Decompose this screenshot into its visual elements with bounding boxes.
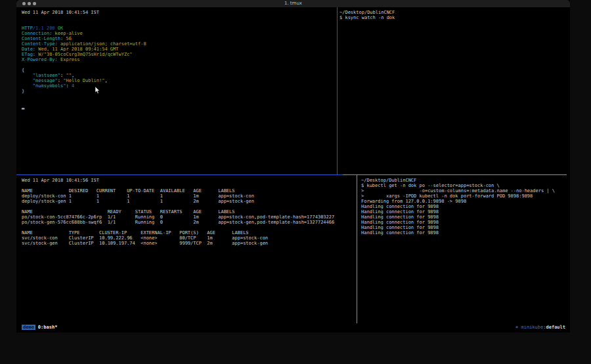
- terminal-line: > xargs -IPOD kubectl -n dok port-forwar…: [361, 193, 555, 199]
- desktop: 1. tmux Wed 11 Apr 2018 10:41:54 IST HTT…: [0, 0, 591, 364]
- pane-border-vertical-bottom[interactable]: [357, 175, 357, 323]
- terminal-line: [22, 204, 334, 209]
- mouse-cursor-icon: [95, 87, 100, 94]
- terminal-line: NAME DESIRED CURRENT UP-TO-DATE AVAILABL…: [22, 188, 334, 193]
- tmux-terminal: Wed 11 Apr 2018 10:41:54 IST HTTP/1.1 20…: [16, 7, 570, 323]
- terminal-window: 1. tmux Wed 11 Apr 2018 10:41:54 IST HTT…: [16, 0, 570, 333]
- helm-icon: ⎈: [515, 325, 518, 330]
- terminal-line: Content-Type: application/json; charset=…: [22, 41, 146, 47]
- terminal-line: [22, 94, 146, 99]
- terminal-line: [22, 15, 146, 20]
- terminal-line: Wed 11 Apr 2018 10:41:56 IST: [22, 178, 334, 183]
- terminal-line: HTTP/1.1 200 OK: [22, 26, 146, 31]
- terminal-line: Handling connection for 9898: [361, 209, 555, 214]
- terminal-line: "lastseen": "",: [22, 73, 146, 78]
- terminal-line: [22, 99, 146, 104]
- pane-port-forward[interactable]: ~/Desktop/DublinCNCF$ kubectl get -n dok…: [361, 178, 555, 235]
- terminal-line: svc/stock-gen ClusterIP 10.109.197.74 <n…: [22, 241, 334, 246]
- terminal-line: deploy/stock-gen 1 1 1 1 2m app=stock-ge…: [22, 199, 334, 204]
- terminal-line: NAME TYPE CLUSTER-IP EXTERNAL-IP PORT(S)…: [22, 230, 334, 235]
- pane-border-horizontal-left[interactable]: [16, 174, 343, 175]
- terminal-line: [22, 183, 334, 188]
- terminal-line: [22, 20, 146, 26]
- status-right: ⎈ minikube:default: [515, 325, 565, 330]
- terminal-line: Handling connection for 9898: [361, 230, 555, 235]
- terminal-line: > -o=custom-columns=:metadata.name --no-…: [361, 188, 555, 193]
- pane-ksync-watch[interactable]: ~/Desktop/DublinCNCF$ ksync watch -n dok: [339, 10, 395, 20]
- tmux-status-bar: demo 0:bash* ⎈ minikube:default: [16, 323, 570, 333]
- kube-namespace-label: default: [546, 325, 565, 330]
- terminal-line: po/stock-gen-576cc688bb-swqf6 1/1 Runnin…: [22, 220, 334, 225]
- terminal-line: Connection: keep-alive: [22, 31, 146, 36]
- kube-cluster-label: minikube: [521, 325, 544, 330]
- pane-http-response[interactable]: Wed 11 Apr 2018 10:41:54 IST HTTP/1.1 20…: [22, 10, 146, 110]
- terminal-line: Handling connection for 9898: [361, 220, 555, 225]
- terminal-line: NAME READY STATUS RESTARTS AGE LABELS: [22, 209, 334, 214]
- pane-kubectl-get[interactable]: Wed 11 Apr 2018 10:41:56 IST NAME DESIRE…: [22, 178, 334, 246]
- terminal-line: Date: Wed, 11 Apr 2018 09:41:54 GMT: [22, 47, 146, 52]
- terminal-line: ▂: [22, 104, 146, 110]
- terminal-line: $ ksync watch -n dok: [339, 15, 395, 20]
- terminal-line: "numsymbols": 4: [22, 83, 146, 89]
- terminal-line: Content-Length: 56: [22, 36, 146, 41]
- terminal-line: svc/stock-con ClusterIP 10.99.222.96 <no…: [22, 235, 334, 241]
- terminal-line: ETag: W/"38-05coCsrg3mQ75sHr1d/qcWTwYZc": [22, 52, 146, 57]
- terminal-line: ~/Desktop/DublinCNCF: [361, 178, 555, 183]
- window-titlebar[interactable]: 1. tmux: [16, 0, 570, 7]
- terminal-line: $ kubectl get -n dok po --selector=app=s…: [361, 183, 555, 188]
- terminal-line: [22, 62, 146, 68]
- session-name-badge[interactable]: demo: [22, 325, 35, 330]
- terminal-line: {: [22, 68, 146, 73]
- pane-border-horizontal-right[interactable]: [343, 174, 567, 175]
- pane-border-vertical-top[interactable]: [337, 7, 338, 174]
- terminal-line: po/stock-con-5cc874766c-2p6rp 1/1 Runnin…: [22, 214, 334, 220]
- status-left: demo 0:bash*: [22, 325, 57, 330]
- active-window-tab[interactable]: 0:bash*: [38, 325, 58, 330]
- terminal-line: Wed 11 Apr 2018 10:41:54 IST: [22, 10, 146, 15]
- terminal-line: ~/Desktop/DublinCNCF: [339, 10, 395, 15]
- terminal-line: Handling connection for 9898: [361, 204, 555, 209]
- terminal-line: Handling connection for 9898: [361, 214, 555, 220]
- terminal-line: X-Powered-By: Express: [22, 57, 146, 62]
- window-title: 1. tmux: [16, 1, 570, 6]
- terminal-line: Handling connection for 9898: [361, 225, 555, 230]
- terminal-line: deploy/stock-con 1 1 1 1 1m app=stock-co…: [22, 193, 334, 199]
- terminal-line: }: [22, 89, 146, 94]
- terminal-line: "message": "Hello Dublin!",: [22, 78, 146, 83]
- terminal-line: [22, 225, 334, 230]
- terminal-line: Forwarding from 127.0.0.1:9898 -> 9898: [361, 199, 555, 204]
